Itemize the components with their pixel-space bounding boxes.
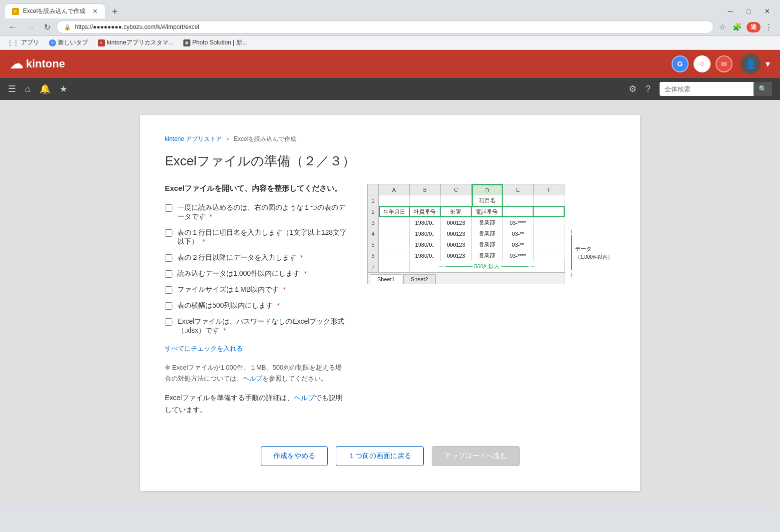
- cancel-button[interactable]: 作成をやめる: [261, 446, 328, 466]
- note-help-link[interactable]: ヘルプ: [243, 375, 262, 382]
- data-label: データ: [575, 245, 613, 253]
- profile-button[interactable]: 達: [747, 22, 761, 32]
- check-item-5: ファイルサイズは１MB以内です ＊: [165, 285, 347, 294]
- photo-fav: ▦: [183, 39, 190, 46]
- active-tab[interactable]: E Excelを読み込んで作成 ✕: [5, 4, 105, 18]
- checkbox-2[interactable]: [165, 229, 172, 237]
- check-item-3: 表の２行目以降にデータを入力します ＊: [165, 253, 347, 262]
- row-num-5: 5: [368, 239, 379, 250]
- breadcrumb-separator: ＞: [225, 135, 231, 143]
- bookmark-new-tab[interactable]: G 新しいタブ: [47, 37, 90, 48]
- merged-header-cell: 項目名: [472, 195, 503, 206]
- cell-3D: 営業部: [472, 217, 503, 228]
- cell-6B: 1980/0..: [410, 250, 441, 261]
- extensions-button[interactable]: 🧩: [730, 21, 745, 32]
- cell-3B: 1980/0..: [410, 217, 441, 228]
- col-header-D: D: [472, 184, 503, 195]
- bottom-help-link[interactable]: ヘルプ: [294, 394, 315, 402]
- excel-preview-wrapper: A B C D E F 1 項目名: [367, 184, 565, 284]
- checkbox-1[interactable]: [165, 204, 172, 212]
- cell-2C: 部署: [441, 206, 472, 217]
- cell-6C: 000123: [441, 250, 472, 261]
- logo-text: kintone: [26, 57, 65, 70]
- maximize-button[interactable]: □: [740, 5, 758, 17]
- url-text: https://●●●●●●●●.cybozu.com/k/#/import/e…: [75, 23, 199, 30]
- bookmark-photo[interactable]: ▦ Photo Solution | 新...: [181, 37, 249, 48]
- notification-nav-icon[interactable]: 🔔: [39, 83, 50, 94]
- back-button[interactable]: １つ前の画面に戻る: [336, 446, 424, 466]
- sheet-tab-1[interactable]: Sheet1: [370, 274, 402, 284]
- home-nav-icon[interactable]: ⌂: [25, 84, 30, 94]
- check-label-1: 一度に読み込めるのは、右の図のような１つの表のデータです ＊: [177, 203, 347, 221]
- back-nav-button[interactable]: ←: [5, 21, 20, 33]
- checkbox-3[interactable]: [165, 254, 172, 262]
- check-label-6: 表の横幅は500列以内にします ＊: [177, 301, 282, 310]
- minimize-button[interactable]: ─: [721, 5, 740, 17]
- check-label-3: 表の２行目以降にデータを入力します ＊: [177, 253, 305, 262]
- header-user-avatar[interactable]: 👤: [741, 54, 761, 74]
- newtab-favicon: G: [49, 39, 56, 46]
- bookmark-star-button[interactable]: ☆: [717, 21, 728, 32]
- bookmark-apps[interactable]: ⋮⋮ アプリ: [5, 37, 41, 48]
- search-box: 🔍: [660, 82, 772, 96]
- cell-5D: 営業部: [472, 239, 503, 250]
- header-dropdown-icon[interactable]: ▾: [766, 58, 770, 69]
- cell-3C: 000123: [441, 217, 472, 228]
- breadcrumb-current: Excelを読み込んで作成: [234, 135, 296, 143]
- nav-bar: ☰ ⌂ 🔔 ★ ⚙ ? 🔍: [0, 78, 780, 100]
- bookmark-kintone[interactable]: k kintoneアプリカスタマ...: [96, 37, 175, 48]
- header-g-button[interactable]: G: [672, 55, 689, 72]
- kintone-logo: ☁ kintone: [10, 56, 65, 72]
- sheet-tab-2[interactable]: Sheet2: [403, 274, 436, 284]
- close-window-button[interactable]: ✕: [758, 5, 777, 17]
- check-all-link[interactable]: すべてにチェックを入れる: [165, 344, 243, 353]
- cell-4D: 営業部: [472, 228, 503, 239]
- row-num-7: 7: [368, 261, 379, 272]
- tab-close-icon[interactable]: ✕: [92, 7, 98, 15]
- checkbox-6[interactable]: [165, 302, 172, 310]
- button-bar: 作成をやめる １つ前の画面に戻る アップロードへ進む: [165, 446, 615, 466]
- kintone-fav: k: [98, 39, 105, 46]
- cell-2D: 電話番号: [472, 206, 503, 217]
- lock-icon: 🔒: [64, 24, 71, 30]
- cell-2A: 生年月日: [379, 206, 410, 217]
- cell-5C: 000123: [441, 239, 472, 250]
- col-header-A: A: [379, 184, 410, 195]
- search-input[interactable]: [660, 82, 754, 96]
- breadcrumb-store-link[interactable]: kintone アプリストア: [165, 135, 222, 143]
- main-content: kintone アプリストア ＞ Excelを読み込んで作成 Excelファイル…: [0, 100, 780, 506]
- excel-preview: A B C D E F 1 項目名: [367, 184, 565, 284]
- row-num-3: 3: [368, 217, 379, 228]
- check-label-5: ファイルサイズは１MB以内です ＊: [177, 285, 288, 294]
- address-bar[interactable]: 🔒 https://●●●●●●●●.cybozu.com/k/#/import…: [56, 20, 714, 33]
- apps-icon: ⋮⋮: [7, 39, 19, 46]
- forward-nav-button[interactable]: →: [23, 21, 38, 33]
- check-item-1: 一度に読み込めるのは、右の図のような１つの表のデータです ＊: [165, 203, 347, 221]
- check-label-4: 読み込むデータは1,000件以内にします ＊: [177, 269, 309, 278]
- col-header-B: B: [410, 184, 441, 195]
- check-item-4: 読み込むデータは1,000件以内にします ＊: [165, 269, 347, 278]
- header-mail-button[interactable]: ✉: [716, 55, 733, 72]
- cell-2B: 社員番号: [410, 206, 441, 217]
- checkbox-5[interactable]: [165, 286, 172, 294]
- tab-title: Excelを読み込んで作成: [23, 7, 85, 15]
- check-label-7: Excelファイルは、パスワードなしのExcelブック形式（.xlsx）です ＊: [177, 317, 347, 335]
- reload-button[interactable]: ↻: [41, 21, 53, 33]
- cell-5E: 03-**: [503, 239, 534, 250]
- menu-nav-icon[interactable]: ☰: [8, 83, 16, 94]
- favorites-nav-icon[interactable]: ★: [59, 83, 67, 94]
- settings-nav-icon[interactable]: ⚙: [629, 83, 637, 94]
- row-num-6: 6: [368, 250, 379, 261]
- next-button[interactable]: アップロードへ進む: [432, 446, 520, 466]
- new-tab-button[interactable]: +: [106, 4, 124, 18]
- checkbox-7[interactable]: [165, 318, 172, 326]
- header-o-button[interactable]: ○: [694, 55, 711, 72]
- checkbox-4[interactable]: [165, 270, 172, 278]
- menu-button[interactable]: ⋮: [763, 21, 775, 32]
- help-nav-icon[interactable]: ?: [646, 84, 651, 94]
- breadcrumb: kintone アプリストア ＞ Excelを読み込んで作成: [165, 135, 615, 143]
- col-header-C: C: [441, 184, 472, 195]
- search-submit-button[interactable]: 🔍: [754, 82, 772, 96]
- cell-2F: [534, 206, 565, 217]
- page-title: Excelファイルの準備（２／３）: [165, 152, 615, 170]
